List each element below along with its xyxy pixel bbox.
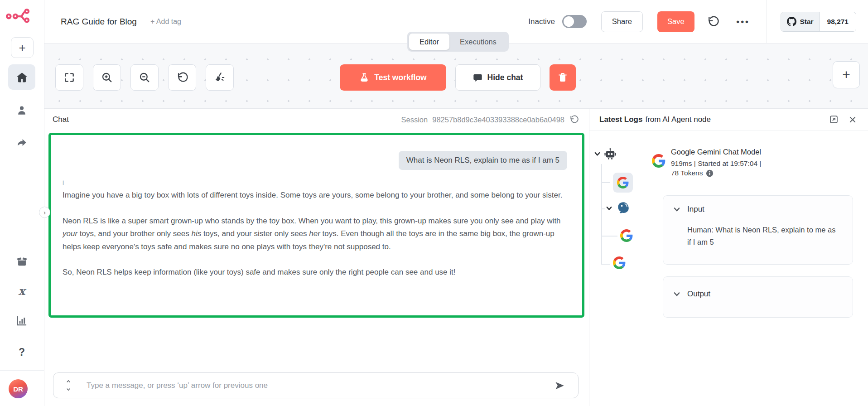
chat-message-input[interactable] bbox=[87, 381, 554, 390]
plus-icon: + bbox=[19, 41, 25, 55]
google-gemini-icon bbox=[652, 154, 665, 168]
log-detail-header: Google Gemini Chat Model 919ms | Started… bbox=[652, 148, 856, 177]
tree-branch bbox=[601, 182, 610, 183]
sidebar-item-personal[interactable] bbox=[8, 99, 35, 121]
sidebar-item-help[interactable]: ? bbox=[8, 341, 35, 363]
fit-view-icon bbox=[63, 72, 75, 83]
gemini-chat-model-node-selected[interactable] bbox=[613, 173, 633, 193]
home-icon bbox=[16, 71, 28, 83]
google-embeddings-icon[interactable] bbox=[620, 229, 633, 242]
chevron-down-icon[interactable] bbox=[594, 150, 601, 157]
sidebar-divider bbox=[0, 370, 44, 371]
github-star-button[interactable]: Star bbox=[781, 12, 820, 31]
tab-executions-label: Executions bbox=[460, 38, 497, 46]
create-workflow-button[interactable]: + bbox=[11, 37, 34, 58]
tree-guide-line bbox=[601, 164, 602, 265]
variables-x-icon: x bbox=[19, 285, 25, 298]
delete-chat-button[interactable] bbox=[550, 64, 576, 91]
hide-chat-button[interactable]: Hide chat bbox=[455, 64, 540, 91]
tidy-up-button[interactable] bbox=[206, 64, 234, 91]
bar-chart-icon bbox=[16, 315, 28, 327]
user-chat-message: What is Neon RLS, explain to me as if I … bbox=[399, 151, 567, 170]
zoom-in-button[interactable] bbox=[93, 64, 121, 91]
sidebar-item-shared[interactable] bbox=[8, 131, 35, 154]
user-icon bbox=[16, 104, 28, 116]
tab-executions[interactable]: Executions bbox=[449, 34, 507, 50]
tab-editor-label: Editor bbox=[420, 38, 439, 46]
sidebar-item-overview[interactable] bbox=[8, 64, 35, 90]
undo-icon bbox=[177, 72, 188, 83]
github-star-count[interactable]: 98,271 bbox=[820, 12, 856, 31]
n8n-logo[interactable] bbox=[6, 6, 31, 24]
github-icon bbox=[787, 17, 796, 26]
tree-branch bbox=[601, 208, 605, 209]
help-icon: ? bbox=[19, 346, 25, 358]
sidebar-item-variables[interactable]: x bbox=[8, 279, 35, 303]
input-section-toggle[interactable]: Input bbox=[673, 205, 843, 214]
session-id: 98257b8d9c3e403393388ce0ab6a0498 bbox=[432, 116, 564, 124]
hide-chat-label: Hide chat bbox=[487, 73, 523, 82]
broom-icon bbox=[214, 72, 226, 83]
output-section-toggle[interactable]: Output bbox=[673, 290, 843, 299]
logs-title: Latest Logs bbox=[599, 115, 642, 124]
chat-session: Session 98257b8d9c3e403393388ce0ab6a0498 bbox=[401, 115, 579, 125]
open-logs-view-button[interactable] bbox=[828, 114, 839, 125]
chat-header: Chat Session 98257b8d9c3e403393388ce0ab6… bbox=[44, 109, 589, 130]
send-message-icon[interactable] bbox=[554, 380, 565, 392]
share-arrow-icon bbox=[16, 137, 28, 149]
refresh-session-button[interactable] bbox=[569, 115, 579, 125]
postgres-node-icon[interactable] bbox=[617, 201, 630, 215]
input-label: Input bbox=[687, 205, 704, 214]
logs-header: Latest Logs from AI Agent node bbox=[589, 109, 868, 130]
workflow-history-button[interactable] bbox=[706, 15, 720, 29]
message-info-icon[interactable]: i bbox=[63, 179, 570, 186]
zoom-in-icon bbox=[101, 72, 113, 83]
active-toggle[interactable] bbox=[562, 15, 587, 28]
chevron-right-icon: › bbox=[43, 208, 46, 216]
plus-icon: + bbox=[842, 67, 850, 82]
zoom-out-icon bbox=[139, 72, 150, 83]
add-tag-button[interactable]: + Add tag bbox=[150, 18, 181, 26]
reset-zoom-button[interactable] bbox=[168, 64, 196, 91]
open-box-icon bbox=[16, 255, 28, 267]
more-options-button[interactable]: ●●● bbox=[736, 18, 750, 25]
tree-branch bbox=[601, 236, 617, 237]
sidebar-item-insights[interactable] bbox=[8, 309, 35, 333]
add-node-button[interactable]: + bbox=[833, 61, 860, 88]
collapse-panel-handle[interactable]: › bbox=[39, 207, 50, 218]
test-workflow-button[interactable]: Test workflow bbox=[340, 64, 446, 91]
google-embeddings-icon[interactable] bbox=[613, 256, 626, 269]
user-avatar[interactable]: DR bbox=[9, 379, 28, 398]
chevron-up-icon[interactable] bbox=[65, 379, 72, 383]
fit-view-button[interactable] bbox=[55, 64, 83, 91]
workflow-title[interactable]: RAG Guide for Blog bbox=[61, 17, 137, 27]
trash-icon bbox=[557, 72, 568, 83]
ai-agent-node-icon[interactable] bbox=[604, 148, 617, 160]
close-logs-button[interactable] bbox=[847, 114, 858, 125]
toggle-knob bbox=[564, 16, 574, 27]
sidebar-item-templates[interactable] bbox=[8, 249, 35, 273]
chat-bubble-icon bbox=[473, 73, 482, 82]
log-output-card: Output bbox=[663, 276, 853, 318]
chat-input-box bbox=[53, 372, 579, 398]
chevron-down-icon[interactable] bbox=[606, 205, 612, 212]
logs-panel: Latest Logs from AI Agent node bbox=[589, 108, 868, 406]
test-workflow-label: Test workflow bbox=[374, 73, 426, 82]
topbar-divider bbox=[767, 0, 767, 44]
zoom-out-button[interactable] bbox=[130, 64, 159, 91]
info-icon[interactable] bbox=[706, 169, 714, 177]
chevron-down-icon[interactable] bbox=[65, 387, 72, 392]
input-content: Human: What is Neon RLS, explain to me a… bbox=[687, 224, 841, 248]
chevron-down-icon bbox=[673, 290, 680, 298]
google-gemini-icon bbox=[617, 177, 629, 188]
log-input-card: Input Human: What is Neon RLS, explain t… bbox=[663, 195, 853, 265]
tab-editor[interactable]: Editor bbox=[409, 34, 449, 50]
share-button[interactable]: Share bbox=[601, 11, 643, 32]
github-star-widget[interactable]: Star 98,271 bbox=[781, 12, 856, 32]
model-meta-line1: 919ms | Started at 19:57:04 | bbox=[671, 160, 761, 168]
chat-panel: Chat Session 98257b8d9c3e403393388ce0ab6… bbox=[44, 108, 589, 406]
popout-icon bbox=[829, 115, 839, 124]
save-button[interactable]: Save bbox=[657, 11, 694, 32]
workflow-status-label: Inactive bbox=[528, 17, 555, 26]
chat-panel-title: Chat bbox=[53, 115, 69, 124]
